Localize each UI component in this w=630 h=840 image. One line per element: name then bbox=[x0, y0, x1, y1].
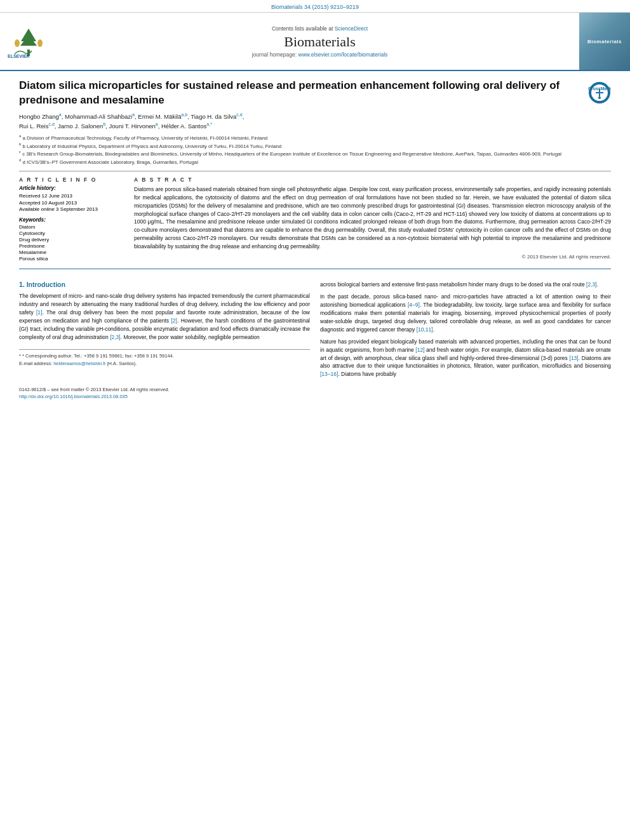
journal-top-bar: Biomaterials 34 (2013) 9210–9219 bbox=[0, 0, 630, 13]
keyword-5: Mesalamine bbox=[19, 250, 124, 255]
abstract-text: Diatoms are porous silica-based material… bbox=[134, 185, 611, 250]
section-title: 1. Introduction bbox=[19, 281, 310, 288]
intro-para-1: The development of micro- and nano-scale… bbox=[19, 292, 310, 341]
footer-bar: 0142-9612/$ – see front matter © 2013 El… bbox=[0, 382, 630, 404]
body-col-right: across biological barriers and extensive… bbox=[320, 281, 611, 382]
keyword-3: Drug delivery bbox=[19, 237, 124, 243]
footer-doi[interactable]: http://dx.doi.org/10.1016/j.biomaterials… bbox=[19, 393, 170, 400]
svg-point-5 bbox=[37, 39, 43, 47]
journal-homepage: journal homepage: www.elsevier.com/locat… bbox=[252, 51, 388, 58]
keyword-6: Porous silica bbox=[19, 256, 124, 262]
section-name: Introduction bbox=[27, 281, 65, 288]
citation-text: Biomaterials 34 (2013) 9210–9219 bbox=[271, 4, 359, 10]
title-crossmark-wrap: Diatom silica microparticles for sustain… bbox=[19, 79, 611, 108]
abstract-column: A B S T R A C T Diatoms are porous silic… bbox=[134, 177, 611, 262]
introduction-body: 1. Introduction The development of micro… bbox=[0, 281, 630, 382]
section-number: 1. bbox=[19, 281, 25, 288]
journal-name: Biomaterials bbox=[284, 34, 355, 50]
svg-point-4 bbox=[15, 39, 20, 47]
elsevier-logo-icon: ELSEVIER bbox=[6, 24, 54, 59]
article-authors: Hongbo Zhanga, Mohammad-Ali Shahbazia, E… bbox=[19, 112, 611, 131]
keyword-2: Cytotoxicity bbox=[19, 230, 124, 236]
journal-header: ELSEVIER Contents lists available at Sci… bbox=[0, 13, 630, 71]
affiliations: a a Division of Pharmaceutical Technolog… bbox=[19, 133, 611, 166]
footnote-email: E-mail address: helderaamos@helsinki.fi … bbox=[19, 361, 310, 368]
history-label: Article history: bbox=[19, 185, 124, 191]
sciencedirect-line: Contents lists available at ScienceDirec… bbox=[272, 25, 368, 32]
doi-link[interactable]: http://dx.doi.org/10.1016/j.biomaterials… bbox=[19, 394, 128, 399]
elsevier-logo-area: ELSEVIER bbox=[0, 13, 60, 70]
section-divider-top bbox=[19, 171, 611, 171]
article-body: Diatom silica microparticles for sustain… bbox=[0, 71, 630, 281]
intro-para-right-3: Nature has provided elegant biologically… bbox=[320, 338, 611, 379]
footnote-email-link[interactable]: helderaamos@helsinki.fi bbox=[53, 361, 105, 366]
sciencedirect-prefix: Contents lists available at bbox=[272, 25, 333, 32]
body-section-divider bbox=[19, 269, 611, 269]
article-title: Diatom silica microparticles for sustain… bbox=[19, 79, 588, 108]
accepted-date: Accepted 10 August 2013 bbox=[19, 200, 124, 206]
abstract-heading: A B S T R A C T bbox=[134, 177, 611, 183]
available-online-date: Available online 3 September 2013 bbox=[19, 206, 124, 212]
article-info-heading: A R T I C L E I N F O bbox=[19, 177, 124, 183]
keyword-1: Diatom bbox=[19, 224, 124, 230]
body-col-left: 1. Introduction The development of micro… bbox=[19, 281, 310, 382]
journal-cover-area: Biomaterials bbox=[579, 13, 630, 70]
biomaterials-cover-image: Biomaterials bbox=[579, 13, 630, 70]
keywords-label: Keywords: bbox=[19, 217, 124, 223]
intro-para-right-2: In the past decade, porous silica-based … bbox=[320, 293, 611, 334]
article-info-abstract: A R T I C L E I N F O Article history: R… bbox=[19, 177, 611, 262]
journal-header-center: Contents lists available at ScienceDirec… bbox=[60, 13, 579, 70]
svg-text:ELSEVIER: ELSEVIER bbox=[8, 54, 30, 58]
copyright-line: © 2013 Elsevier Ltd. All rights reserved… bbox=[134, 254, 611, 260]
received-date: Received 12 June 2013 bbox=[19, 193, 124, 199]
footer-left: 0142-9612/$ – see front matter © 2013 El… bbox=[19, 386, 170, 401]
homepage-label: journal homepage: bbox=[252, 51, 297, 58]
article-info-column: A R T I C L E I N F O Article history: R… bbox=[19, 177, 124, 262]
footer-issn: 0142-9612/$ – see front matter © 2013 El… bbox=[19, 386, 170, 393]
page: Biomaterials 34 (2013) 9210–9219 bbox=[0, 0, 630, 840]
keyword-4: Prednisone bbox=[19, 243, 124, 249]
footnote-corresponding: * * Corresponding author. Tel.: +358 9 1… bbox=[19, 353, 310, 360]
crossmark-icon: CrossMark bbox=[588, 81, 611, 104]
footnote-area: * * Corresponding author. Tel.: +358 9 1… bbox=[19, 349, 310, 368]
homepage-url[interactable]: www.elsevier.com/locate/biomaterials bbox=[298, 51, 388, 58]
svg-point-12 bbox=[598, 97, 601, 99]
sciencedirect-link[interactable]: ScienceDirect bbox=[335, 25, 368, 32]
intro-para-right-1: across biological barriers and extensive… bbox=[320, 281, 611, 289]
